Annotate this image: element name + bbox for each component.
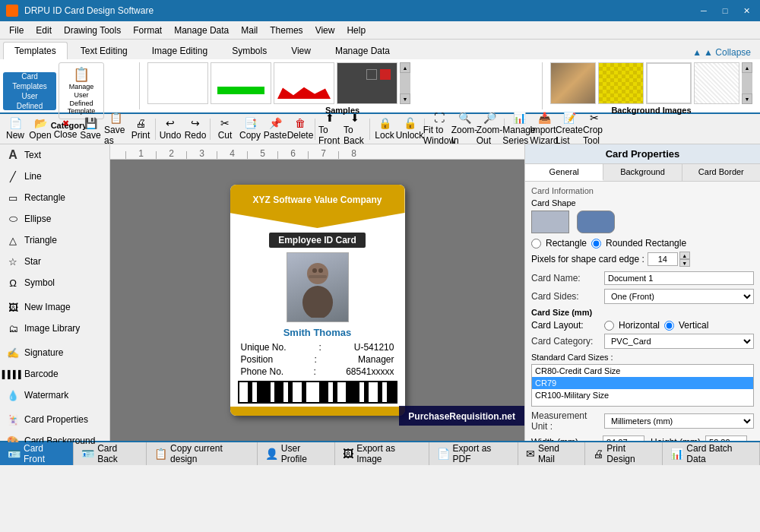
tool-signature[interactable]: ✍ Signature (0, 342, 109, 363)
paste-button[interactable]: 📌Paste (263, 116, 287, 142)
card-front-button[interactable]: 🪪 Card Front (0, 442, 74, 465)
tool-barcode[interactable]: ▌▌▌▌ Barcode (0, 363, 109, 385)
sample-thumb-2[interactable] (211, 62, 271, 104)
tab-card-border[interactable]: Card Border (682, 164, 760, 181)
tool-card-properties[interactable]: 🃏 Card Properties (0, 409, 109, 430)
bg-scroll-down[interactable]: ▼ (742, 93, 752, 104)
tab-manage-data[interactable]: Manage Data (324, 42, 401, 59)
manage-series-button[interactable]: 📊Manage Series (507, 116, 531, 142)
menu-mail[interactable]: Mail (235, 24, 264, 37)
card-batch-button[interactable]: 📊 Card Batch Data (663, 442, 760, 465)
tab-symbols[interactable]: Symbols (220, 42, 278, 59)
tab-background[interactable]: Background (603, 164, 682, 181)
cut-button[interactable]: ✂Cut (213, 116, 237, 142)
card-name-input[interactable] (604, 271, 754, 285)
size-cr80[interactable]: CR80-Credit Card Size (532, 365, 753, 377)
sample-thumb-4[interactable] (337, 62, 397, 104)
bg-scroll-up[interactable]: ▲ (742, 62, 752, 73)
menu-manage-data[interactable]: Manage Data (168, 24, 235, 37)
tool-image-library[interactable]: 🗂 Image Library (0, 318, 109, 339)
import-wizard-button[interactable]: 📥Import Wizard (532, 116, 556, 142)
width-input[interactable] (603, 435, 644, 441)
bg-thumb-2[interactable] (598, 62, 644, 104)
bg-thumb-3[interactable] (646, 62, 692, 104)
menu-help[interactable]: Help (340, 24, 372, 37)
fit-window-button[interactable]: ⛶Fit to Window (427, 116, 451, 142)
to-back-button[interactable]: ⬇To Back (343, 116, 367, 142)
crop-tool-button[interactable]: ✂Crop Tool (582, 116, 606, 142)
user-profile-button[interactable]: 👤 User Profile (258, 442, 335, 465)
tool-triangle[interactable]: △ Triangle (0, 230, 109, 251)
unit-select[interactable]: Millimeters (mm) Inches (604, 413, 754, 429)
zoom-in-button[interactable]: 🔍Zoom-In (452, 116, 477, 142)
send-mail-button[interactable]: ✉ Send Mail (518, 442, 585, 465)
tool-symbol[interactable]: Ω Symbol (0, 272, 109, 293)
copy-button[interactable]: 📑Copy (238, 116, 262, 142)
samples-scroll-up[interactable]: ▲ (400, 62, 410, 73)
card-category-select[interactable]: PVC_Card (604, 334, 754, 349)
zoom-out-button[interactable]: 🔎Zoom-Out (477, 116, 502, 142)
vertical-radio[interactable] (664, 321, 674, 331)
tool-new-image[interactable]: 🖼 New Image (0, 296, 109, 318)
save-as-button[interactable]: 📋Save as (103, 116, 128, 142)
lock-button[interactable]: 🔒Lock (372, 116, 397, 142)
menu-edit[interactable]: Edit (30, 24, 58, 37)
collapse-button[interactable]: ▲ ▲ Collapse (686, 46, 757, 59)
bg-thumb-1[interactable] (550, 62, 596, 104)
export-image-button[interactable]: 🖼 Export as Image (335, 442, 429, 465)
sample-thumb-1[interactable] (147, 62, 208, 104)
tab-templates[interactable]: Templates (3, 42, 68, 59)
size-cr79[interactable]: CR79 (532, 377, 753, 389)
tab-general[interactable]: General (525, 164, 603, 181)
close-button[interactable]: ✕ (739, 4, 754, 17)
horizontal-radio[interactable] (604, 321, 614, 331)
delete-button[interactable]: 🗑Delete (288, 116, 312, 142)
menu-format[interactable]: Format (127, 24, 168, 37)
samples-scroll-down[interactable]: ▼ (400, 93, 410, 104)
tool-ellipse[interactable]: ⬭ Ellipse (0, 208, 109, 230)
size-cr100[interactable]: CR100-Military Size (532, 389, 753, 401)
bg-thumb-4[interactable] (694, 62, 739, 104)
print-button[interactable]: 🖨Print (128, 116, 153, 142)
tab-image-editing[interactable]: Image Editing (141, 42, 219, 59)
to-front-button[interactable]: ⬆To Front (318, 116, 342, 142)
new-button[interactable]: 📄New (3, 116, 27, 142)
height-input[interactable] (705, 435, 747, 441)
rectangle-radio[interactable] (531, 239, 541, 249)
tab-text-editing[interactable]: Text Editing (69, 42, 139, 59)
print-design-button[interactable]: 🖨 Print Design (585, 442, 663, 465)
menu-themes[interactable]: Themes (264, 24, 309, 37)
menu-drawing-tools[interactable]: Drawing Tools (58, 24, 127, 37)
tool-rectangle[interactable]: ▭ Rectangle (0, 187, 109, 208)
tab-view[interactable]: View (280, 42, 322, 59)
unlock-button[interactable]: 🔓Unlock (397, 116, 422, 142)
close-doc-button[interactable]: ✖Close (53, 116, 78, 142)
create-list-button[interactable]: 📝Create List (557, 116, 581, 142)
copy-design-button[interactable]: 📋 Copy current design (147, 442, 258, 465)
shape-edge-up[interactable]: ▲ (679, 252, 690, 259)
card-templates-button[interactable]: Card Templates User Defined (3, 72, 56, 110)
card-back-button[interactable]: 🪪 Card Back (74, 442, 147, 465)
menu-view[interactable]: View (309, 24, 341, 37)
save-button[interactable]: 💾Save (78, 116, 103, 142)
tool-triangle-label: Triangle (24, 235, 57, 245)
height-label: Height (mm) (651, 437, 701, 441)
tool-text[interactable]: A Text (0, 144, 109, 166)
card-sides-select[interactable]: One (Front) Two (Front & Back) (604, 289, 754, 304)
manage-user-defined-button[interactable]: 📋 Manage User Defined Template (59, 62, 104, 119)
redo-button[interactable]: ↪Redo (183, 116, 207, 142)
maximize-button[interactable]: □ (717, 4, 733, 17)
menu-file[interactable]: File (3, 24, 30, 37)
undo-button[interactable]: ↩Undo (158, 116, 182, 142)
shape-edge-input[interactable] (648, 252, 678, 266)
tool-watermark[interactable]: 💧 Watermark (0, 385, 109, 406)
shape-edge-down[interactable]: ▼ (679, 259, 690, 267)
export-pdf-button[interactable]: 📄 Export as PDF (429, 442, 518, 465)
open-button[interactable]: 📂Open (28, 116, 52, 142)
tool-line[interactable]: ╱ Line (0, 166, 109, 187)
minimize-button[interactable]: ─ (696, 4, 711, 17)
sample-thumb-3[interactable] (274, 62, 334, 104)
tool-star[interactable]: ☆ Star (0, 251, 109, 272)
rounded-rectangle-radio[interactable] (591, 239, 601, 249)
standard-sizes-list[interactable]: CR80-Credit Card Size CR79 CR100-Militar… (531, 364, 754, 407)
